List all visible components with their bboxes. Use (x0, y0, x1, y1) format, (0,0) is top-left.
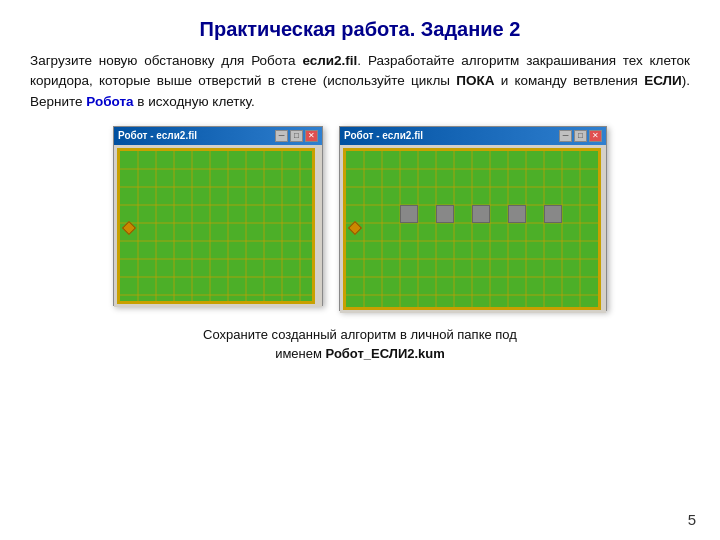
titlebar-2: Робот - если2.fil ─ □ ✕ (340, 127, 606, 145)
desc-robot: Робота (86, 94, 133, 109)
robot-marker-2 (348, 221, 362, 235)
footer-line1: Сохраните созданный алгоритм в личной па… (203, 327, 517, 342)
maximize-btn-1[interactable]: □ (290, 130, 303, 142)
footer-filename: Робот_ЕСЛИ2.kum (326, 346, 445, 361)
win2-content (340, 145, 606, 313)
minimize-btn-2[interactable]: ─ (559, 130, 572, 142)
wall-cell-1 (400, 205, 418, 223)
footer: Сохраните созданный алгоритм в личной па… (203, 325, 517, 364)
win1-title: Робот - если2.fil (118, 130, 197, 141)
desc-esli: ЕСЛИ (644, 73, 682, 88)
grid-lines-1 (120, 151, 312, 301)
titlebar-1: Робот - если2.fil ─ □ ✕ (114, 127, 322, 145)
win2-buttons: ─ □ ✕ (559, 130, 602, 142)
wall-cell-3 (472, 205, 490, 223)
window-2: Робот - если2.fil ─ □ ✕ (339, 126, 607, 311)
maximize-btn-2[interactable]: □ (574, 130, 587, 142)
robot-marker-1 (122, 221, 136, 235)
robot-grid-1 (117, 148, 315, 304)
footer-prefix: именем (275, 346, 325, 361)
minimize-btn-1[interactable]: ─ (275, 130, 288, 142)
desc-part5: в исходную клетку. (134, 94, 255, 109)
windows-container: Робот - если2.fil ─ □ ✕ (30, 126, 690, 311)
title-text: Практическая работа. Задание 2 (200, 18, 521, 40)
page: Практическая работа. Задание 2 Загрузите… (0, 0, 720, 540)
window-1: Робот - если2.fil ─ □ ✕ (113, 126, 323, 306)
wall-cell-5 (544, 205, 562, 223)
robot-grid-2 (343, 148, 601, 310)
close-btn-2[interactable]: ✕ (589, 130, 602, 142)
page-number: 5 (688, 511, 696, 528)
close-btn-1[interactable]: ✕ (305, 130, 318, 142)
win1-buttons: ─ □ ✕ (275, 130, 318, 142)
wall-cell-2 (436, 205, 454, 223)
win1-content (114, 145, 322, 307)
desc-part3: и команду ветвления (494, 73, 644, 88)
page-title: Практическая работа. Задание 2 (200, 18, 521, 41)
desc-filename: если2.fil (302, 53, 357, 68)
grid-lines-2 (346, 151, 598, 307)
win2-title: Робот - если2.fil (344, 130, 423, 141)
desc-part1: Загрузите новую обстановку для Робота (30, 53, 302, 68)
description: Загрузите новую обстановку для Робота ес… (30, 51, 690, 112)
wall-cell-4 (508, 205, 526, 223)
desc-poka: ПОКА (456, 73, 494, 88)
